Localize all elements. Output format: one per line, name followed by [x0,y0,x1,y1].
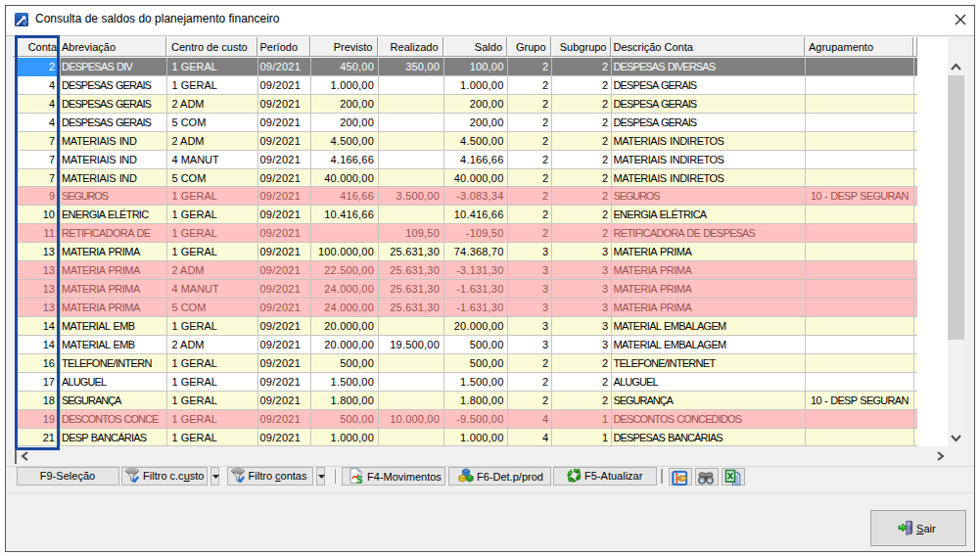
svg-text:$: $ [356,474,362,484]
